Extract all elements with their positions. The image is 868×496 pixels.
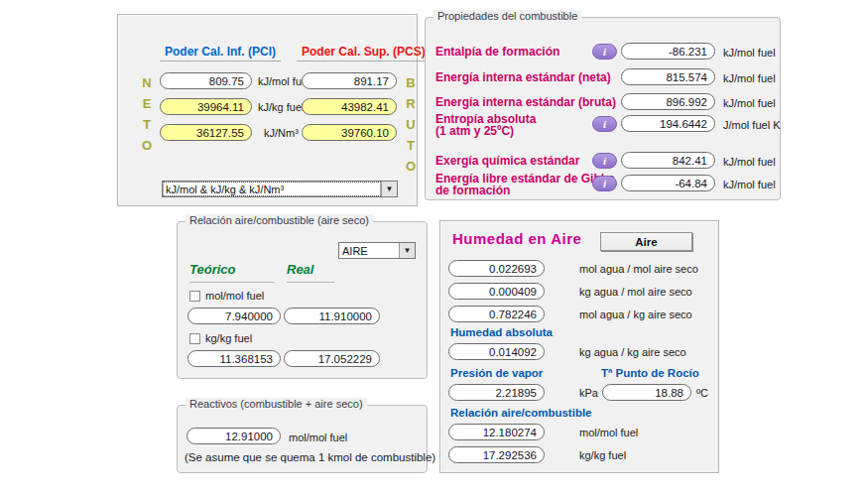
unit-label: kJ/Nm³ xyxy=(264,127,299,139)
dew-point-field[interactable]: 18.88 xyxy=(602,384,691,401)
info-button[interactable]: i xyxy=(592,176,617,191)
unit-label: kJ/mol fuel xyxy=(723,72,776,84)
unit-label: mol/mol fuel xyxy=(579,427,638,438)
internal-energy-net-label: Energía interna estándar (neta) xyxy=(435,71,596,83)
mol-ratio-checkbox[interactable] xyxy=(189,291,200,302)
units-combobox[interactable]: kJ/mol & kJ/kg & kJ/Nm³ ▼ xyxy=(162,181,398,197)
mol-ratio-theoretical-field[interactable]: 7.940000 xyxy=(187,308,281,324)
real-header: Real xyxy=(287,262,334,283)
unit-label: kJ/mol fuel xyxy=(723,179,776,190)
vapor-pressure-label: Presión de vapor xyxy=(450,367,543,379)
pcs-molar-field[interactable]: 891.17 xyxy=(302,72,397,89)
internal-energy-gross-field[interactable]: 896.992 xyxy=(621,93,715,110)
enthalpy-label: Entalpía de formación xyxy=(435,46,596,58)
entropy-field[interactable]: 194.6442 xyxy=(621,115,715,132)
unit-label: ºC xyxy=(696,387,708,399)
unit-label: J/mol fuel K xyxy=(723,119,780,131)
internal-energy-net-field[interactable]: 815.574 xyxy=(621,68,715,85)
unit-label: kJ/mol fuel xyxy=(723,156,776,168)
mass-ratio-checkbox-label: kg/kg fuel xyxy=(205,332,252,344)
unit-label: kg/kg fuel xyxy=(579,449,626,461)
dew-point-label: Tª Punto de Rocío xyxy=(601,367,699,379)
mol-ratio-real-field[interactable]: 11.910000 xyxy=(284,308,380,324)
unit-label: mol agua / kg aire seco xyxy=(579,309,692,320)
unit-label: mol agua / mol aire seco xyxy=(579,263,698,275)
air-button[interactable]: Aire xyxy=(600,232,692,251)
reactants-panel: Reactivos (combustible + aire seco) 12.9… xyxy=(177,405,428,473)
pci-volume-field[interactable]: 36127.55 xyxy=(160,124,252,141)
fuel-properties-panel: Propiedades del combustible Entalpía de … xyxy=(425,17,781,200)
units-combobox-value: kJ/mol & kJ/kg & kJ/Nm³ xyxy=(163,182,381,196)
bruto-vertical-label: B R U T O xyxy=(404,72,418,177)
humid-afr-kg-field[interactable]: 17.292536 xyxy=(448,446,545,463)
air-combobox[interactable]: AIRE ▼ xyxy=(338,242,416,259)
kg-mol-humidity-field[interactable]: 0.000409 xyxy=(448,283,545,300)
pcs-header: Poder Cal. Sup. (PCS) xyxy=(297,45,431,62)
gibbs-energy-label: Energía libre estándar de Gibbs de forma… xyxy=(435,173,596,196)
pci-mass-field[interactable]: 39964.11 xyxy=(160,98,252,115)
gibbs-energy-field[interactable]: -64.84 xyxy=(621,175,715,191)
air-combobox-value: AIRE xyxy=(339,243,399,258)
unit-label: mol/mol fuel xyxy=(289,432,347,443)
pcs-mass-field[interactable]: 43982.41 xyxy=(302,98,397,115)
info-button[interactable]: i xyxy=(592,44,617,60)
unit-label: kJ/mol fuel xyxy=(723,47,776,59)
unit-label: kg agua / mol aire seco xyxy=(579,286,692,298)
neto-vertical-label: N E T O xyxy=(140,72,154,156)
info-button[interactable]: i xyxy=(592,153,617,169)
mass-ratio-real-field[interactable]: 17.052229 xyxy=(284,350,380,367)
heating-value-panel: Poder Cal. Inf. (PCI) Poder Cal. Sup. (P… xyxy=(117,14,418,206)
mass-ratio-checkbox-row[interactable]: kg/kg fuel xyxy=(189,332,252,344)
air-humidity-panel: Humedad en Aire Aire 0.022693 mol agua /… xyxy=(439,220,719,473)
assumption-note: (Se asume que se quema 1 kmol de combust… xyxy=(185,451,435,463)
mol-kg-humidity-field[interactable]: 0.782246 xyxy=(448,306,545,322)
info-button[interactable]: i xyxy=(592,116,617,132)
unit-label: kPa xyxy=(579,387,598,399)
humid-afr-mol-field[interactable]: 12.180274 xyxy=(448,424,545,440)
entropy-label: Entropía absoluta (1 atm y 25ºC) xyxy=(435,113,596,137)
mol-ratio-checkbox-label: mol/mol fuel xyxy=(205,290,264,302)
mol-humidity-field[interactable]: 0.022693 xyxy=(448,260,545,277)
unit-label: kg agua / kg aire seco xyxy=(579,346,686,358)
unit-label: kJ/mol fuel xyxy=(723,97,776,109)
fuel-properties-title: Propiedades del combustible xyxy=(434,10,581,22)
unit-label: kJ/kg fuel xyxy=(258,101,304,113)
reactants-field[interactable]: 12.91000 xyxy=(186,428,281,444)
chevron-down-icon[interactable]: ▼ xyxy=(381,182,397,196)
absolute-humidity-label: Humedad absoluta xyxy=(450,326,553,338)
air-humidity-title: Humedad en Aire xyxy=(452,230,581,247)
theoretical-header: Teórico xyxy=(189,262,275,283)
pci-header: Poder Cal. Inf. (PCI) xyxy=(160,45,281,62)
humid-afr-label: Relación aire/combustible xyxy=(450,407,592,419)
reactants-title: Reactivos (combustible + aire seco) xyxy=(186,398,367,410)
absolute-humidity-field[interactable]: 0.014092 xyxy=(448,343,545,360)
chevron-down-icon[interactable]: ▼ xyxy=(399,243,415,258)
mol-ratio-checkbox-row[interactable]: mol/mol fuel xyxy=(189,290,264,302)
internal-energy-gross-label: Energía interna estándar (bruta) xyxy=(435,96,596,108)
exergy-label: Exergía química estándar xyxy=(435,155,596,167)
air-fuel-ratio-panel: Relación aire/combustible (aire seco) AI… xyxy=(177,221,428,379)
mass-ratio-theoretical-field[interactable]: 11.368153 xyxy=(187,350,281,367)
enthalpy-field[interactable]: -86.231 xyxy=(621,43,715,60)
app-window: Poder Cal. Inf. (PCI) Poder Cal. Sup. (P… xyxy=(0,0,868,496)
air-fuel-ratio-title: Relación aire/combustible (aire seco) xyxy=(186,214,373,226)
mass-ratio-checkbox[interactable] xyxy=(189,333,200,344)
pci-molar-field[interactable]: 809.75 xyxy=(160,72,252,89)
exergy-field[interactable]: 842.41 xyxy=(621,152,715,169)
vapor-pressure-field[interactable]: 2.21895 xyxy=(448,384,545,401)
pcs-volume-field[interactable]: 39760.10 xyxy=(302,124,397,141)
